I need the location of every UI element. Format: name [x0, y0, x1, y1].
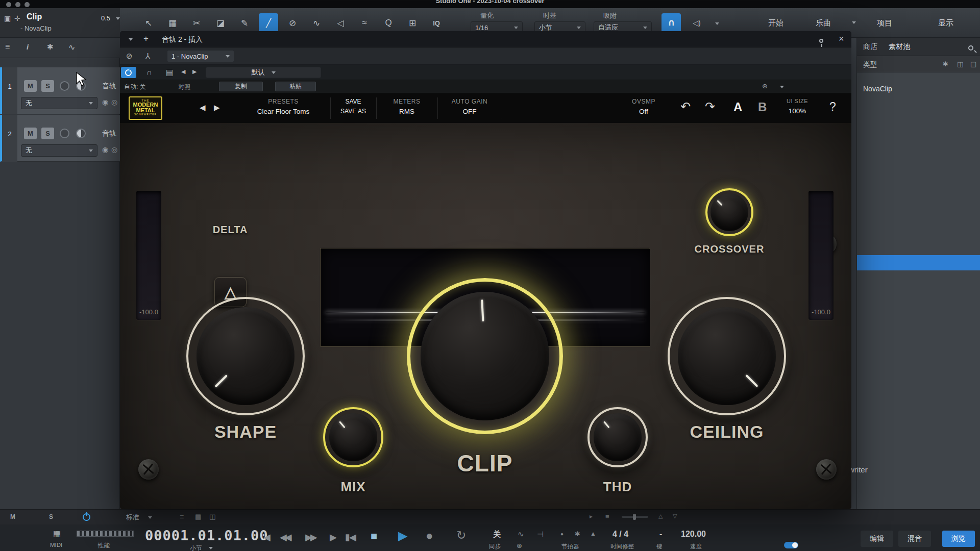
- record-arm-button[interactable]: [60, 81, 69, 91]
- power-icon[interactable]: [83, 513, 90, 521]
- start-page-button[interactable]: 开始: [768, 18, 783, 28]
- track-input-dropdown[interactable]: 无: [21, 144, 97, 157]
- play-button[interactable]: ▶: [398, 529, 407, 543]
- snap-magnet-button[interactable]: ∪: [662, 13, 681, 33]
- preset-dropdown[interactable]: 默认: [206, 67, 321, 78]
- close-icon[interactable]: ×: [839, 34, 844, 44]
- arrow-tool[interactable]: ↖: [139, 13, 158, 33]
- compare-button[interactable]: 对照: [178, 83, 190, 91]
- shape-knob[interactable]: [186, 297, 305, 415]
- mode-dropdown[interactable]: 标准: [126, 513, 139, 522]
- plugin-window-titlebar[interactable]: + 音轨 2 - 插入 ×: [120, 31, 851, 47]
- search-icon[interactable]: [968, 45, 973, 51]
- browser-item-novaclip[interactable]: NovaClip: [863, 85, 892, 93]
- performance-meter[interactable]: [77, 531, 134, 537]
- transport-toggle[interactable]: [784, 542, 798, 548]
- chevron-down-icon[interactable]: [715, 22, 719, 25]
- settings-gear-icon[interactable]: ⊛: [762, 82, 768, 90]
- window-menu-icon[interactable]: [129, 38, 133, 41]
- preset-prev-icon[interactable]: ◀: [200, 103, 206, 112]
- zoom-slider-handle[interactable]: [633, 514, 636, 520]
- plugin-select-dropdown[interactable]: 1 - NovaClip: [167, 50, 234, 62]
- range-tool[interactable]: ▦: [163, 13, 182, 33]
- grid-icon[interactable]: ▣: [4, 14, 11, 22]
- time-signature-value[interactable]: 4 / 4: [612, 530, 628, 539]
- redo-icon[interactable]: ↷: [705, 99, 715, 114]
- save-as-button[interactable]: SAVE AS: [331, 108, 375, 115]
- chevron-down-icon[interactable]: [116, 17, 120, 20]
- lane-view-icon[interactable]: ▤: [195, 513, 201, 520]
- record-button[interactable]: ●: [426, 529, 433, 543]
- tempo-value[interactable]: 120.00: [681, 530, 706, 539]
- bypass-icon[interactable]: ⊘: [126, 52, 133, 61]
- zoom-out-icon[interactable]: ▽: [673, 513, 677, 519]
- record-arm-button[interactable]: [60, 129, 69, 138]
- monitor-button[interactable]: [76, 129, 86, 138]
- layout-icon[interactable]: ◫: [957, 60, 963, 68]
- chevron-down-icon[interactable]: [148, 516, 152, 519]
- zoom-slider[interactable]: [622, 516, 648, 518]
- browser-item-partial[interactable]: writer: [849, 465, 868, 474]
- step-forward-button[interactable]: ▶: [330, 532, 337, 543]
- chevron-down-icon[interactable]: [780, 86, 784, 88]
- accent-icon[interactable]: ▲: [590, 530, 596, 537]
- plugin-power-button[interactable]: [121, 67, 136, 78]
- step-back-button[interactable]: ◀: [263, 532, 271, 543]
- tab-pool[interactable]: 素材池: [889, 42, 910, 52]
- song-page-button[interactable]: 乐曲: [816, 18, 831, 28]
- clip-knob[interactable]: [407, 278, 563, 434]
- browser-selected-row[interactable]: [857, 255, 980, 270]
- crossover-knob[interactable]: [705, 188, 753, 236]
- automation-mode[interactable]: 自动: 关: [124, 83, 146, 91]
- auto-gain-button[interactable]: OFF: [438, 108, 501, 115]
- gear-icon[interactable]: ⊛: [517, 542, 522, 549]
- track-row-1[interactable]: 1 M S 音轨 无 ◉ ◎: [0, 67, 120, 114]
- master-solo-button[interactable]: S: [49, 513, 53, 520]
- ceiling-knob[interactable]: [668, 297, 786, 415]
- zoom-list-icon[interactable]: ≡: [605, 513, 609, 520]
- list-view-icon[interactable]: ≡: [180, 513, 184, 521]
- time-unit-dropdown[interactable]: 小节: [190, 544, 202, 551]
- loop-button[interactable]: ↻: [456, 529, 466, 542]
- browse-page-button[interactable]: 浏览: [942, 531, 975, 547]
- track-name[interactable]: 音轨: [102, 82, 116, 91]
- listen-tool[interactable]: ◁: [331, 13, 350, 33]
- io-meter-icon[interactable]: ◎: [111, 145, 117, 154]
- zoom-tool[interactable]: Q: [379, 13, 398, 33]
- split-view-icon[interactable]: ◫: [209, 513, 215, 520]
- list-icon[interactable]: ▤: [970, 60, 976, 68]
- preset-file-icon[interactable]: ▤: [166, 68, 173, 77]
- edit-page-button[interactable]: 编辑: [861, 531, 893, 547]
- routing-icon[interactable]: ⅄: [145, 52, 150, 61]
- paint-tool-selected[interactable]: ╱: [259, 13, 278, 33]
- menu-icon[interactable]: ≡: [5, 42, 10, 52]
- key-value[interactable]: -: [659, 530, 662, 539]
- rewind-button[interactable]: ◀◀: [280, 532, 290, 543]
- io-meter-icon[interactable]: ◎: [111, 98, 117, 106]
- meters-mode-button[interactable]: RMS: [377, 108, 436, 115]
- undo-icon[interactable]: ↶: [680, 99, 691, 114]
- pencil-tool[interactable]: ✎: [235, 13, 254, 33]
- split-tool[interactable]: ✂: [187, 13, 206, 33]
- next-preset-icon[interactable]: ▶: [192, 68, 197, 75]
- info-icon[interactable]: i: [27, 42, 29, 51]
- return-to-start-button[interactable]: ▮◀: [345, 532, 355, 543]
- fast-forward-button[interactable]: ▶▶: [305, 532, 315, 543]
- mute-button[interactable]: M: [24, 80, 37, 92]
- paste-button[interactable]: 粘贴: [275, 82, 316, 91]
- tab-store[interactable]: 商店: [863, 42, 877, 52]
- end-marker-icon[interactable]: ⊣: [537, 530, 544, 539]
- solo-button[interactable]: S: [41, 80, 54, 92]
- chevron-down-icon[interactable]: [852, 21, 856, 24]
- display-page-button[interactable]: 显示: [938, 18, 953, 28]
- track-row-2[interactable]: 2 M S 音轨 无 ◉ ◎: [0, 115, 120, 162]
- headphones-icon[interactable]: ∩: [146, 68, 152, 77]
- stop-button[interactable]: ■: [371, 530, 377, 543]
- ab-slot-b-button[interactable]: B: [758, 100, 767, 114]
- metronome-setup-icon[interactable]: ✱: [575, 530, 580, 538]
- track-name[interactable]: 音轨: [102, 129, 116, 138]
- ovsmp-button[interactable]: Off: [613, 108, 674, 115]
- automation-curve-icon[interactable]: ∿: [68, 42, 75, 52]
- monitor-speaker-button[interactable]: ◁): [687, 13, 706, 33]
- clip-value[interactable]: 0.5: [101, 14, 110, 22]
